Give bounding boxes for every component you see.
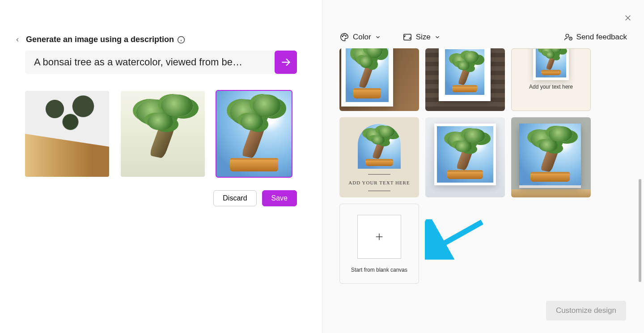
result-thumb-3-selected[interactable] <box>216 91 292 177</box>
scrollbar-thumb[interactable] <box>639 179 641 282</box>
close-button[interactable] <box>622 12 634 24</box>
arrow-right-icon <box>280 56 292 68</box>
color-label: Color <box>353 33 371 42</box>
action-row: Discard Save <box>25 190 297 206</box>
blank-canvas-label: Start from blank canvas <box>351 267 407 273</box>
svg-point-6 <box>342 36 343 37</box>
blank-canvas-box <box>357 215 401 259</box>
template-controls: Color Size Send feedback <box>339 32 627 42</box>
template-caption: ADD YOUR TEXT HERE <box>348 180 410 185</box>
generate-button[interactable] <box>275 51 297 74</box>
prompt-row <box>25 51 297 74</box>
aspect-icon <box>402 32 412 42</box>
template-gallery: Add your text here ADD YOUR TEXT HERE <box>339 48 600 284</box>
page-title: Generate an image using a description <box>26 35 174 44</box>
template-tile-6[interactable] <box>511 117 591 197</box>
plus-icon <box>374 232 384 242</box>
send-feedback-link[interactable]: Send feedback <box>564 33 627 42</box>
template-panel: Color Size Send feedback <box>322 0 644 333</box>
result-thumb-1[interactable] <box>25 91 109 177</box>
generator-panel: Generate an image using a description <box>0 0 322 333</box>
template-tile-4[interactable]: ADD YOUR TEXT HERE <box>339 117 419 197</box>
back-chevron-icon[interactable] <box>14 37 23 43</box>
chevron-down-icon <box>434 34 441 40</box>
size-label: Size <box>416 33 431 42</box>
template-caption: Add your text here <box>529 84 573 90</box>
chevron-down-icon <box>375 34 381 40</box>
blank-canvas-tile[interactable]: Start from blank canvas <box>339 204 419 284</box>
info-icon[interactable] <box>177 35 186 44</box>
feedback-label: Send feedback <box>576 33 627 42</box>
size-dropdown[interactable]: Size <box>402 32 441 42</box>
template-tile-3[interactable]: Add your text here <box>511 48 591 111</box>
svg-point-8 <box>345 35 346 36</box>
template-tile-5[interactable] <box>425 117 505 197</box>
svg-point-10 <box>566 34 569 37</box>
template-tile-2[interactable] <box>425 48 505 111</box>
feedback-icon <box>564 33 573 42</box>
color-dropdown[interactable]: Color <box>339 32 381 42</box>
discard-button[interactable]: Discard <box>213 190 256 206</box>
panel-header: Generate an image using a description <box>25 35 297 44</box>
customize-design-button[interactable]: Customize design <box>546 301 626 320</box>
save-button[interactable]: Save <box>262 190 297 206</box>
close-icon <box>624 14 632 22</box>
palette-icon <box>339 32 349 42</box>
template-tile-1[interactable] <box>339 48 419 111</box>
result-thumbnails <box>25 91 297 177</box>
result-thumb-2[interactable] <box>121 91 205 177</box>
prompt-input[interactable] <box>25 51 275 74</box>
svg-point-7 <box>343 35 344 36</box>
